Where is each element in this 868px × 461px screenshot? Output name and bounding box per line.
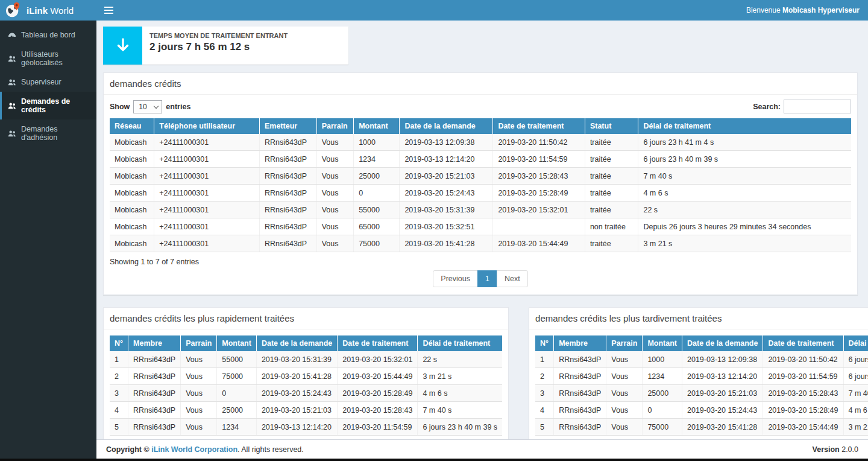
table-cell: Vous	[316, 202, 354, 218]
column-header[interactable]: N°	[110, 335, 128, 351]
table-cell: RRnsi643dP	[554, 368, 606, 385]
app-logo[interactable]: iLink World	[0, 0, 96, 21]
column-header[interactable]: Date de traitement	[763, 335, 843, 351]
table-cell: 22 s	[638, 202, 851, 218]
sidebar-item-demandes-de-credits[interactable]: Demandes de crédits	[0, 92, 96, 119]
welcome-user-menu[interactable]: Bienvenue Mobicash Hyperviseur	[746, 6, 868, 14]
table-cell: 55000	[217, 351, 257, 368]
table-cell: 2019-03-20 15:41:28	[682, 419, 763, 436]
column-header[interactable]: Membre	[128, 335, 181, 351]
column-header[interactable]: Date de la demande	[682, 335, 763, 351]
table-cell: 2	[110, 368, 128, 385]
column-header[interactable]: Délai de traitement	[418, 335, 502, 351]
table-cell: 1000	[354, 134, 400, 151]
table-cell: +24111000301	[154, 202, 260, 218]
table-cell: Mobicash	[110, 168, 154, 185]
table-cell: RRnsi643dP	[554, 385, 606, 402]
table-cell: 4	[110, 402, 128, 419]
table-cell: 7 m 40 s	[843, 385, 868, 402]
table-info: Showing 1 to 7 of 7 entries	[110, 258, 851, 266]
sidebar-item-label: Tableau de bord	[21, 31, 75, 39]
table-cell: 3	[535, 385, 554, 402]
table-cell: Vous	[316, 235, 354, 252]
sidebar-nav: Tableau de bord Utilisateurs géolocalisé…	[0, 21, 96, 147]
sidebar: iLink World Tableau de bord Utilisateurs…	[0, 0, 96, 459]
table-cell: 2019-03-20 15:41:28	[256, 368, 337, 385]
table-cell: traitée	[585, 235, 638, 252]
table-cell: 1234	[354, 151, 400, 168]
credits-panel-title: demandes crédits	[104, 73, 857, 95]
screen-bottom-strip	[0, 459, 868, 461]
table-row: 4RRnsi643dPVous02019-03-20 15:24:432019-…	[535, 402, 868, 419]
column-header[interactable]: Parrain	[181, 335, 217, 351]
column-header[interactable]: Statut	[585, 118, 638, 134]
hamburger-menu-button[interactable]	[96, 0, 121, 21]
table-cell: 2019-03-20 15:21:03	[682, 385, 763, 402]
table-cell: Vous	[606, 402, 643, 419]
table-cell: RRnsi643dP	[259, 151, 316, 168]
column-header[interactable]: Réseau	[110, 118, 154, 134]
column-header[interactable]: Délai de traitement	[843, 335, 868, 351]
column-header[interactable]: Membre	[554, 335, 606, 351]
column-header[interactable]: Date de la demande	[256, 335, 337, 351]
column-header[interactable]: Date de la demande	[400, 118, 493, 134]
fastest-table: N°MembreParrainMontantDate de la demande…	[110, 335, 502, 436]
column-header[interactable]: Date de traitement	[493, 118, 585, 134]
column-header[interactable]: Montant	[217, 335, 257, 351]
datatable-controls: Show 10 entries Search:	[110, 100, 851, 113]
table-cell: 2019-03-20 11:50:42	[493, 134, 585, 151]
table-cell: 7 m 40 s	[418, 402, 502, 419]
table-cell: 2019-03-20 15:31:39	[400, 202, 493, 218]
column-header[interactable]: Montant	[354, 118, 400, 134]
column-header[interactable]: Montant	[643, 335, 682, 351]
show-label: Show	[110, 103, 130, 111]
previous-page-button[interactable]: Previous	[433, 270, 478, 287]
table-row: 3RRnsi643dPVous02019-03-20 15:24:432019-…	[110, 385, 502, 402]
column-header[interactable]: N°	[535, 335, 554, 351]
sidebar-item-tableau-de-bord[interactable]: Tableau de bord	[0, 25, 96, 45]
table-cell: Depuis 26 jours 3 heures 29 minutes 34 s…	[638, 218, 851, 235]
table-row: Mobicash+24111000301RRnsi643dPVous100020…	[110, 134, 851, 151]
column-header[interactable]: Téléphone utilisateur	[154, 118, 260, 134]
table-cell: 2	[535, 368, 554, 385]
column-header[interactable]: Emetteur	[259, 118, 316, 134]
table-cell: 3 m 21 s	[418, 368, 502, 385]
sidebar-item-superviseur[interactable]: Superviseur	[0, 72, 96, 92]
page-length-select[interactable]: 10	[133, 100, 162, 113]
column-header[interactable]: Date de traitement	[338, 335, 418, 351]
table-cell: 1000	[643, 351, 682, 368]
table-cell: traitée	[585, 134, 638, 151]
table-cell: RRnsi643dP	[259, 218, 316, 235]
table-cell: 6 jours 23 h 40 m 39 s	[638, 151, 851, 168]
table-cell: traitée	[585, 185, 638, 202]
table-cell: 4 m 6 s	[418, 385, 502, 402]
main-content: TEMPS MOYEN DE TRAITEMENT ENTRANT 2 jour…	[96, 21, 868, 439]
footer-copyright: Copyright © iLink World Corporation. All…	[106, 445, 304, 454]
page-1-button[interactable]: 1	[477, 270, 497, 287]
sidebar-item-utilisateurs-geolocalises[interactable]: Utilisateurs géolocalisés	[0, 45, 96, 72]
stat-card-temps-moyen: TEMPS MOYEN DE TRAITEMENT ENTRANT 2 jour…	[103, 27, 348, 65]
search-input[interactable]	[784, 100, 851, 113]
company-link[interactable]: iLink World Corporation	[151, 445, 237, 454]
table-cell: 2019-03-20 15:28:49	[338, 385, 418, 402]
sidebar-item-label: Superviseur	[21, 78, 61, 86]
next-page-button[interactable]: Next	[497, 270, 528, 287]
table-cell: Mobicash	[110, 235, 154, 252]
column-header[interactable]: Délai de traitement	[638, 118, 851, 134]
table-cell: 25000	[217, 402, 257, 419]
table-cell: 5	[110, 419, 128, 436]
sidebar-item-demandes-adhesion[interactable]: Demandes d'adhésion	[0, 119, 96, 147]
chevron-down-icon	[154, 103, 159, 108]
table-cell: 2019-03-20 15:28:43	[763, 385, 843, 402]
table-cell: Vous	[316, 168, 354, 185]
table-cell: 4 m 6 s	[638, 185, 851, 202]
table-cell: Vous	[181, 368, 217, 385]
table-cell: 3 m 21 s	[843, 419, 868, 436]
fastest-panel-title: demandes crédits les plus rapidement tra…	[104, 308, 508, 329]
column-header[interactable]: Parrain	[316, 118, 354, 134]
table-cell: 6 jours 23 h 40 m 39 s	[418, 419, 502, 436]
table-cell: 7 m 40 s	[638, 168, 851, 185]
table-cell: 4	[535, 402, 554, 419]
table-cell: 5	[535, 419, 554, 436]
column-header[interactable]: Parrain	[606, 335, 643, 351]
